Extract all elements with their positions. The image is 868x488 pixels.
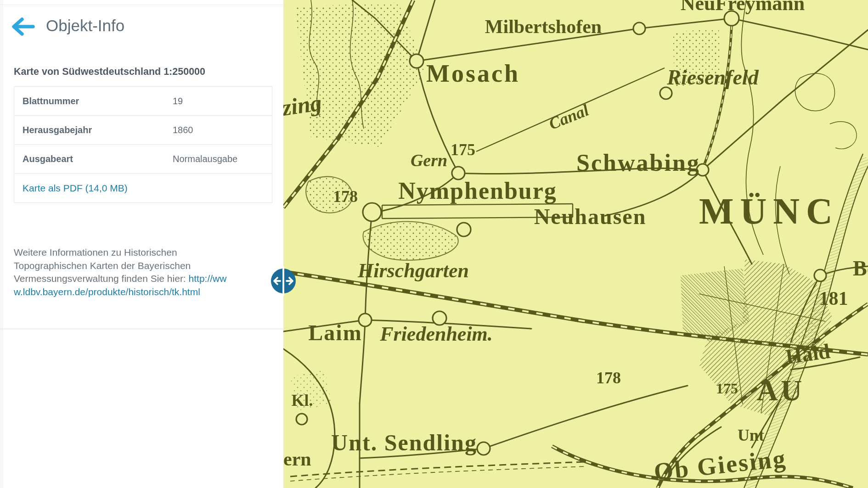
attribute-table: Blattnummer 19 Herausgabejahr 1860 Ausga…: [14, 86, 272, 203]
map-label-elevation-175-south: 175: [716, 380, 738, 397]
map-label-schwabing: Schwabing: [576, 150, 700, 176]
map-label-hirschgarten: Hirschgarten: [357, 259, 469, 282]
historical-map-image: NeuFreymann Milbertshofen Mosach Riesenf…: [283, 0, 868, 488]
attribute-label: Blattnummer: [14, 96, 173, 107]
attribute-label: Ausgabeart: [14, 154, 173, 164]
map-sheet-heading: Karte von Südwestdeutschland 1:250000: [14, 66, 205, 78]
map-label-muenchen: MÜNC: [699, 191, 839, 231]
map-label-laim: Laim: [308, 320, 362, 345]
page-title: Objekt-Info: [46, 15, 124, 36]
table-row: Ausgabeart Normalausgabe: [14, 145, 272, 174]
table-row: Blattnummer 19: [14, 87, 272, 116]
back-arrow-icon: [11, 32, 36, 39]
historical-map-viewport[interactable]: NeuFreymann Milbertshofen Mosach Riesenf…: [283, 0, 868, 488]
further-info-text: Weitere Informationen zu Historischen To…: [14, 246, 235, 298]
map-label-nymphenburg: Nymphenburg: [398, 178, 557, 204]
map-label-elevation-175: 175: [451, 140, 475, 159]
map-label-elevation-178: 178: [333, 187, 358, 206]
info-text: Weitere Informationen zu Historischen To…: [14, 247, 191, 284]
layer-swipe-handle[interactable]: [270, 265, 297, 297]
map-label-neufreymann: NeuFreymann: [681, 0, 805, 15]
map-label-neuhausen: Neuhausen: [534, 204, 647, 229]
table-row: Karte als PDF (14,0 MB): [14, 174, 272, 202]
panel-top-divider: [0, 5, 283, 5]
attribute-label: Herausgabejahr: [14, 125, 173, 135]
map-label-gern: Gern: [411, 151, 447, 170]
attribute-value: Normalausgabe: [173, 154, 237, 164]
panel-edge-strip: [0, 0, 3, 488]
map-label-friedenheim: Friedenheim.: [379, 323, 493, 345]
attribute-value: 1860: [173, 125, 193, 135]
map-label-elevation-181: 181: [819, 288, 848, 309]
object-info-panel: Objekt-Info Karte von Südwestdeutschland…: [0, 0, 283, 488]
map-label-elevation-178-south: 178: [596, 369, 621, 387]
map-label-unt-sendling: Unt. Sendling: [331, 430, 477, 455]
map-label-bogenhausen: Bo: [853, 257, 868, 280]
map-label-ern: ern: [283, 449, 311, 470]
table-row: Herausgabejahr 1860: [14, 116, 272, 145]
app-window: Objekt-Info Karte von Südwestdeutschland…: [0, 0, 868, 488]
attribute-value: 19: [173, 96, 183, 107]
swipe-left-right-icon: [270, 291, 297, 298]
map-label-milbertshofen: Milbertshofen: [485, 16, 602, 37]
map-label-unt: Unt: [738, 426, 764, 444]
back-button[interactable]: [11, 16, 36, 38]
map-label-riesenfeld: Riesenfeld: [666, 66, 759, 89]
map-label-kl: Kl.: [291, 391, 313, 409]
panel-bottom-divider: [0, 329, 283, 329]
map-label-mosach: Mosach: [426, 60, 520, 87]
pdf-download-link[interactable]: Karte als PDF (14,0 MB): [14, 183, 128, 194]
map-label-au: AU: [757, 374, 805, 407]
